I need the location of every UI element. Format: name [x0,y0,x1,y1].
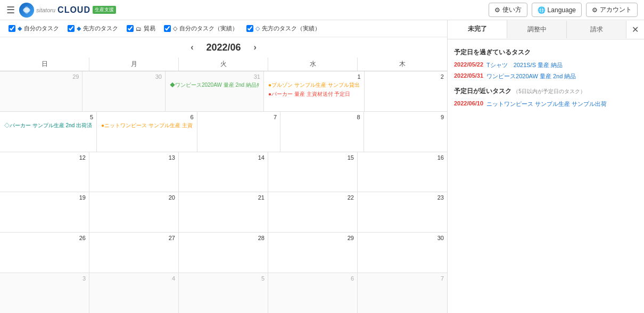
calendar-cell[interactable]: 14 [179,152,268,192]
calendar-week-0: 293031◆ワンピース2020AW 量産 2nd 納品ﾀ1●ブルゾン サンプル… [0,71,447,112]
trade-icon: 🗂 [136,26,142,32]
calendar-cell[interactable]: 19 [0,192,89,232]
language-button[interactable]: 🌐 Language [532,3,582,17]
cell-date-number: 13 [93,154,175,161]
next-month-button[interactable]: › [250,40,261,54]
calendar-cell[interactable]: 1●ブルゾン サンプル生産 サンプル貸出●パーカー 量産 主資材送付 予定日 [264,71,365,111]
cell-date-number: 12 [3,154,86,161]
close-right-panel-button[interactable]: ✕ [626,21,644,38]
calendar-cell[interactable]: 7 [358,273,447,313]
filter-my-actual[interactable]: ◇ 自分のタスク（実績） [164,24,238,32]
calendar-cell[interactable]: 4 [89,273,179,313]
calendar-cell[interactable]: 7 [197,112,280,152]
filter-my-task-icon: ◆ [18,25,22,32]
cell-date-number: 14 [182,154,265,161]
calendar-panel: › ◆ 自分のタスク ◆ 先方のタスク 🗂 貿易 ◇ 自分のタスク（実績） [0,20,447,313]
calendar-header: 日 月 火 水 木 [0,57,447,71]
cell-date-number: 6 [271,275,354,282]
event-item[interactable]: ●ニットワンピース サンプル生産 主資 [100,121,194,130]
calendar-cell[interactable]: 6●ニットワンピース サンプル生産 主資 [97,112,197,152]
task-link[interactable]: ニットワンピース サンプル生産 サンプル出荷 [486,100,607,108]
filter-my-task-check[interactable] [9,25,15,32]
usage-button[interactable]: ⚙ 使い方 [489,3,527,17]
tab-adjusting[interactable]: 調整中 [507,21,567,38]
calendar-cell[interactable]: 30 [82,71,165,111]
cell-date-number: 2 [368,73,444,80]
calendar-cell[interactable]: 29 [0,71,82,111]
language-label: Language [548,6,576,14]
right-panel: 未完了 調整中 請求 ✕ 予定日を過ぎているタスク 2022/05/22Tシャツ… [447,20,644,313]
calendar-cell[interactable]: 8 [280,112,364,152]
menu-icon[interactable]: ☰ [6,4,15,16]
calendar-cell[interactable]: 2 [365,71,447,111]
calendar-cell[interactable]: 5 [179,273,268,313]
event-item[interactable]: ◆ワンピース2020AW 量産 2nd 納品ﾀ [169,81,260,89]
event-item[interactable]: ●パーカー 量産 主資材送付 予定日 [267,90,361,98]
event-item[interactable]: ●ブルゾン サンプル生産 サンプル貸出 [267,81,361,89]
calendar-cell[interactable]: 29 [268,233,358,273]
upcoming-section-title: 予定日が近いタスク （5日以内が予定日のタスク） [454,87,638,96]
cell-date-number: 7 [201,114,277,120]
tab-incomplete[interactable]: 未完了 [448,20,507,39]
filter-other-actual-check[interactable] [246,25,253,32]
overdue-task-list: 2022/05/22Tシャツ 2021S/S 量産 納品2022/05/31ワン… [454,61,638,80]
cell-date-number: 28 [182,235,265,241]
logo-badge: 生産支援 [93,6,116,14]
calendar-cell[interactable]: 13 [89,152,179,192]
calendar-cell[interactable]: 3 [0,273,89,313]
filter-other-task-check[interactable] [68,25,75,32]
calendar-cell[interactable]: 9 [364,112,447,152]
filter-trade-check[interactable] [127,25,134,32]
calendar-cell[interactable]: 31◆ワンピース2020AW 量産 2nd 納品ﾀ [166,71,264,111]
task-date: 2022/05/31 [454,72,483,79]
dow-thu: 木 [358,57,447,71]
tab-billing[interactable]: 請求 [567,21,626,38]
calendar-week-1: 5◇パーカー サンプル生産 2nd 出荷済6●ニットワンピース サンプル生産 主… [0,112,447,152]
task-link[interactable]: Tシャツ 2021S/S 量産 納品 [486,61,563,69]
prev-month-button[interactable]: ‹ [186,40,197,54]
calendar-cell[interactable]: 23 [358,192,447,232]
event-item[interactable]: ◇パーカー サンプル生産 2nd 出荷済 [3,121,93,130]
calendar-cell[interactable]: 6 [268,273,358,313]
cell-date-number: 7 [361,275,444,282]
account-button[interactable]: ⚙ アカウント [586,3,638,17]
globe-icon: 🌐 [538,6,546,14]
calendar-cell[interactable]: 15 [268,152,358,192]
upcoming-task-item: 2022/06/10ニットワンピース サンプル生産 サンプル出荷 [454,100,638,108]
upcoming-title-text: 予定日が近いタスク [454,87,511,95]
logo-sitoru: sitatoru [36,7,55,13]
filter-other-actual[interactable]: ◇ 先方のタスク（実績） [246,24,320,32]
filter-other-actual-icon: ◇ [255,25,260,32]
calendar-week-4: 2627282930 [0,233,447,273]
logo-text: CLOUD [57,5,90,15]
cell-date-number: 31 [169,73,260,80]
overdue-task-item: 2022/05/31ワンピース2020AW 量産 2nd 納品 [454,72,638,80]
calendar-cell[interactable]: 28 [179,233,268,273]
filter-my-actual-check[interactable] [164,25,171,32]
calendar-cell[interactable]: 22 [268,192,358,232]
dow-wed: 水 [268,57,358,71]
calendar-cell[interactable]: 26 [0,233,89,273]
calendar-grid: 日 月 火 水 木 293031◆ワンピース2020AW 量産 2nd 納品ﾀ1… [0,57,447,313]
filter-other-label: 先方のタスク [83,24,118,32]
cell-date-number: 15 [271,154,354,161]
calendar-nav: ‹ 2022/06 › [0,37,447,57]
filter-bar: ◆ 自分のタスク ◆ 先方のタスク 🗂 貿易 ◇ 自分のタスク（実績） ◇ [0,20,447,37]
calendar-cell[interactable]: 21 [179,192,268,232]
calendar-week-3: 1920212223 [0,192,447,233]
filter-trade[interactable]: 🗂 貿易 [127,24,155,32]
calendar-cell[interactable]: 30 [358,233,447,273]
task-link[interactable]: ワンピース2020AW 量産 2nd 納品 [486,72,576,80]
right-panel-tabs: 未完了 調整中 請求 ✕ [448,20,644,39]
account-label: アカウント [600,5,632,14]
filter-other-task[interactable]: ◆ 先方のタスク [68,24,118,32]
cell-date-number: 5 [3,114,93,120]
cell-date-number: 16 [361,154,444,161]
filter-my-task[interactable]: ◆ 自分のタスク [9,24,59,32]
calendar-cell[interactable]: 20 [89,192,179,232]
calendar-cell[interactable]: 5◇パーカー サンプル生産 2nd 出荷済 [0,112,97,152]
calendar-cell[interactable]: 16 [358,152,447,192]
main-container: › ◆ 自分のタスク ◆ 先方のタスク 🗂 貿易 ◇ 自分のタスク（実績） [0,20,644,313]
calendar-cell[interactable]: 27 [89,233,179,273]
calendar-cell[interactable]: 12 [0,152,89,192]
